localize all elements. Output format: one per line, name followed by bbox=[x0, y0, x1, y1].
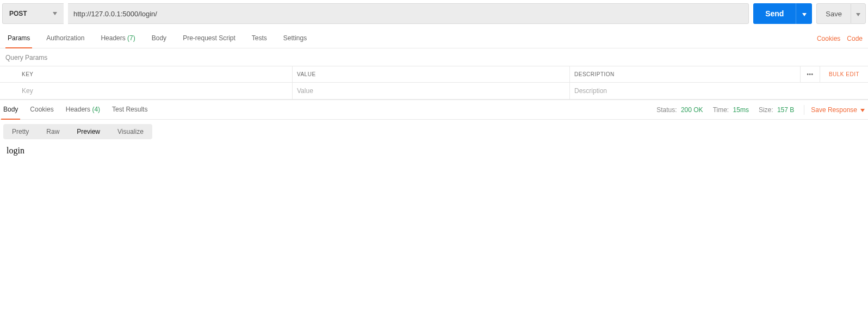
query-params-header-row: KEY VALUE DESCRIPTION ••• Bulk Edit bbox=[0, 66, 868, 83]
save-button[interactable]: Save bbox=[816, 3, 851, 24]
chevron-down-icon bbox=[856, 10, 860, 18]
status-meta: Status: 200 OK bbox=[656, 106, 703, 114]
view-mode-segment: Pretty Raw Preview Visualize bbox=[3, 124, 152, 139]
resp-tab-headers-count: (4) bbox=[92, 106, 100, 113]
view-mode-visualize[interactable]: Visualize bbox=[109, 124, 152, 139]
param-value-input[interactable] bbox=[297, 87, 565, 95]
bulk-edit-link[interactable]: Bulk Edit bbox=[829, 71, 859, 77]
svg-marker-1 bbox=[802, 13, 807, 16]
save-dropdown[interactable] bbox=[851, 3, 866, 24]
send-dropdown[interactable] bbox=[796, 3, 812, 24]
tab-prerequest-script[interactable]: Pre-request Script bbox=[182, 29, 237, 48]
param-description-input[interactable] bbox=[574, 87, 864, 95]
tab-headers-count: (7) bbox=[127, 34, 135, 42]
status-value: 200 OK bbox=[681, 106, 703, 114]
resp-tab-headers[interactable]: Headers (4) bbox=[65, 104, 101, 119]
request-tabs-right: Cookies Code bbox=[817, 35, 866, 42]
response-meta: Status: 200 OK Time: 15ms Size: 157 B Sa… bbox=[656, 105, 865, 119]
tab-tests[interactable]: Tests bbox=[251, 29, 268, 48]
query-params-title: Query Params bbox=[0, 48, 868, 66]
response-preview-body: login bbox=[0, 144, 868, 158]
size-meta: Size: 157 B bbox=[759, 106, 794, 114]
request-tabs: Params Authorization Headers (7) Body Pr… bbox=[2, 29, 308, 48]
response-tabs-row: Body Cookies Headers (4) Test Results St… bbox=[0, 100, 868, 120]
tab-authorization[interactable]: Authorization bbox=[45, 29, 85, 48]
col-header-value: VALUE bbox=[293, 66, 570, 82]
more-options-icon[interactable]: ••• bbox=[801, 66, 820, 82]
tab-headers[interactable]: Headers (7) bbox=[100, 29, 136, 48]
status-label: Status: bbox=[656, 106, 677, 114]
size-value: 157 B bbox=[777, 106, 794, 114]
col-header-description: DESCRIPTION bbox=[570, 66, 801, 82]
time-value: 15ms bbox=[733, 106, 749, 114]
view-mode-raw[interactable]: Raw bbox=[38, 124, 68, 139]
time-meta: Time: 15ms bbox=[713, 106, 749, 114]
send-button[interactable]: Send bbox=[753, 3, 796, 24]
save-response-button[interactable]: Save Response bbox=[804, 105, 865, 115]
http-method-select[interactable]: POST bbox=[2, 3, 64, 24]
send-button-group: Send bbox=[753, 3, 812, 24]
param-key-input[interactable] bbox=[22, 87, 288, 95]
view-mode-pretty[interactable]: Pretty bbox=[3, 124, 38, 139]
response-view-modes: Pretty Raw Preview Visualize bbox=[0, 120, 868, 144]
svg-marker-3 bbox=[860, 109, 865, 112]
request-tabs-row: Params Authorization Headers (7) Body Pr… bbox=[0, 29, 868, 48]
col-header-key: KEY bbox=[0, 66, 293, 82]
query-params-input-row bbox=[0, 83, 868, 100]
request-url-container bbox=[68, 3, 749, 24]
cookies-link[interactable]: Cookies bbox=[817, 35, 840, 42]
resp-tab-body[interactable]: Body bbox=[2, 104, 19, 119]
time-label: Time: bbox=[713, 106, 729, 114]
http-method-value: POST bbox=[9, 10, 27, 17]
code-link[interactable]: Code bbox=[847, 35, 863, 42]
response-tabs: Body Cookies Headers (4) Test Results bbox=[2, 104, 148, 119]
save-button-group: Save bbox=[816, 3, 866, 24]
chevron-down-icon bbox=[802, 10, 807, 18]
query-params-table: KEY VALUE DESCRIPTION ••• Bulk Edit bbox=[0, 66, 868, 100]
chevron-down-icon bbox=[53, 11, 57, 16]
tab-settings[interactable]: Settings bbox=[282, 29, 308, 48]
chevron-down-icon bbox=[860, 106, 865, 114]
view-mode-preview[interactable]: Preview bbox=[68, 124, 109, 139]
resp-tab-headers-label: Headers bbox=[66, 106, 90, 113]
tab-params[interactable]: Params bbox=[7, 29, 31, 48]
size-label: Size: bbox=[759, 106, 773, 114]
request-url-input[interactable] bbox=[73, 10, 743, 18]
svg-marker-2 bbox=[856, 13, 860, 16]
save-response-label: Save Response bbox=[811, 106, 857, 114]
resp-tab-test-results[interactable]: Test Results bbox=[111, 104, 148, 119]
resp-tab-cookies[interactable]: Cookies bbox=[29, 104, 54, 119]
tab-headers-label: Headers bbox=[101, 34, 125, 42]
tab-body[interactable]: Body bbox=[151, 29, 168, 48]
svg-marker-0 bbox=[53, 12, 57, 15]
request-bar: POST Send Save bbox=[0, 0, 868, 29]
